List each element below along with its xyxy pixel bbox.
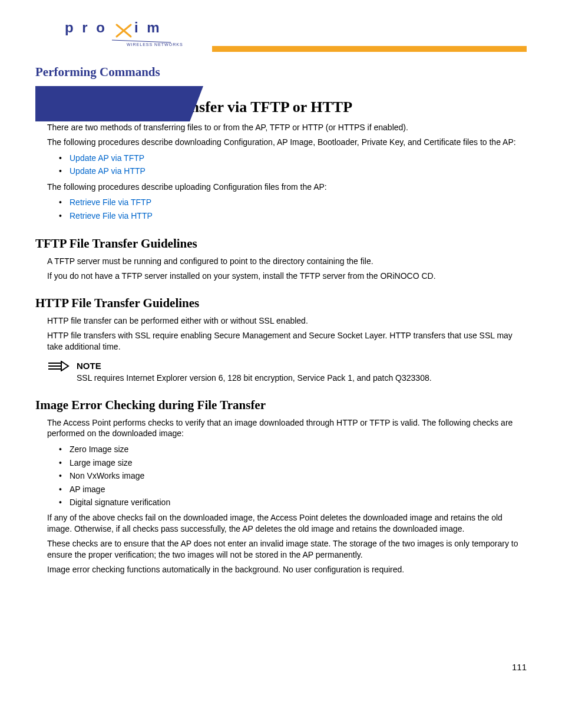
- http-heading: HTTP File Transfer Guidelines: [35, 296, 527, 311]
- image-check-paragraph-4: Image error checking functions automatic…: [47, 564, 527, 575]
- section-title-wrap: Performing Commands: [35, 59, 527, 82]
- svg-text:i m: i m: [134, 19, 162, 35]
- image-check-paragraph-1: The Access Point performs checks to veri…: [47, 417, 527, 440]
- list-item: Update AP via TFTP: [59, 151, 527, 164]
- page-header: p r o i m WIRELESS NETWORKS: [35, 18, 527, 53]
- tftp-heading: TFTP File Transfer Guidelines: [35, 236, 527, 251]
- link-retrieve-http[interactable]: Retrieve File via HTTP: [70, 211, 153, 220]
- header-orange-bar: [212, 46, 527, 52]
- brand-subtext: WIRELESS NETWORKS: [127, 42, 183, 47]
- intro-paragraph-3: The following procedures describe upload…: [47, 182, 527, 193]
- document-page: p r o i m WIRELESS NETWORKS Performing C…: [0, 0, 562, 696]
- link-update-http[interactable]: Update AP via HTTP: [70, 166, 146, 176]
- http-paragraph-1: HTTP file transfer can be performed eith…: [47, 315, 527, 327]
- list-item: Retrieve File via HTTP: [59, 209, 527, 222]
- image-check-heading: Image Error Checking during File Transfe…: [35, 398, 527, 413]
- download-link-list: Update AP via TFTP Update AP via HTTP: [59, 151, 527, 178]
- list-item: Large image size: [59, 456, 527, 469]
- list-item: Update AP via HTTP: [59, 164, 527, 177]
- svg-text:p r o: p r o: [65, 19, 107, 35]
- list-item: AP image: [59, 483, 527, 496]
- intro-paragraph-1: There are two methods of transferring fi…: [47, 122, 527, 133]
- tftp-paragraph-2: If you do not have a TFTP server install…: [47, 271, 527, 282]
- link-update-tftp[interactable]: Update AP via TFTP: [70, 153, 144, 163]
- image-check-paragraph-3: These checks are to ensure that the AP d…: [47, 538, 527, 561]
- header-blue-shape: [35, 86, 203, 121]
- image-check-paragraph-2: If any of the above checks fail on the d…: [47, 512, 527, 535]
- section-title: Performing Commands: [35, 59, 189, 82]
- link-retrieve-tftp[interactable]: Retrieve File via TFTP: [70, 197, 151, 207]
- http-paragraph-2: HTTP file transfers with SSL require ena…: [47, 330, 527, 353]
- upload-link-list: Retrieve File via TFTP Retrieve File via…: [59, 196, 527, 222]
- page-number: 111: [512, 662, 527, 672]
- note-block: NOTE: [47, 361, 527, 371]
- brand-logo: p r o i m WIRELESS NETWORKS: [65, 18, 183, 47]
- list-item: Zero Image size: [59, 443, 527, 456]
- list-item: Retrieve File via TFTP: [59, 196, 527, 209]
- image-check-list: Zero Image size Large image size Non VxW…: [59, 443, 527, 509]
- list-item: Non VxWorks image: [59, 469, 527, 482]
- note-text: SSL requires Internet Explorer version 6…: [77, 373, 527, 384]
- note-label: NOTE: [77, 361, 101, 371]
- note-arrow-icon: [47, 361, 70, 371]
- intro-paragraph-2: The following procedures describe downlo…: [47, 137, 527, 148]
- tftp-paragraph-1: A TFTP server must be running and config…: [47, 256, 527, 267]
- list-item: Digital signature verification: [59, 496, 527, 509]
